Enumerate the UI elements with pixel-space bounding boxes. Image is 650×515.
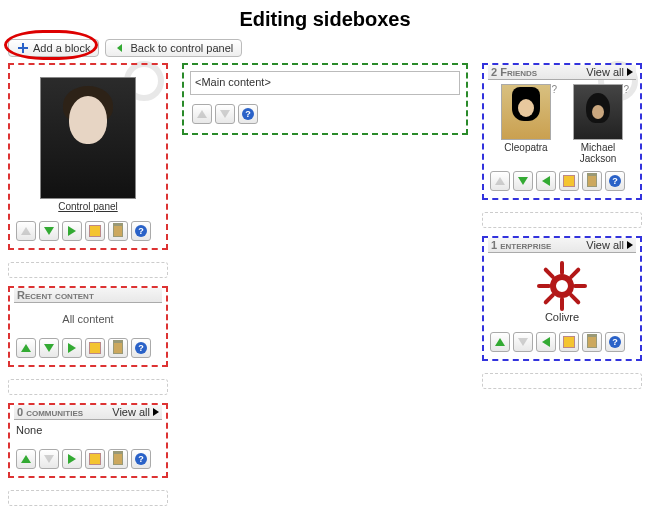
friend-name: Cleopatra bbox=[493, 142, 559, 153]
help-button[interactable]: ? bbox=[131, 338, 151, 358]
edit-button[interactable] bbox=[85, 449, 105, 469]
help-button[interactable]: ? bbox=[131, 449, 151, 469]
edit-button[interactable] bbox=[559, 171, 579, 191]
communities-title: 0 communities bbox=[17, 406, 83, 418]
help-icon: ? bbox=[135, 225, 147, 237]
edit-button[interactable] bbox=[85, 221, 105, 241]
delete-button[interactable] bbox=[582, 171, 602, 191]
left-communities-block[interactable]: 0 communities View all None ? bbox=[8, 403, 168, 478]
chevron-right-icon bbox=[627, 68, 633, 76]
enterprise-item[interactable]: Colivre bbox=[488, 253, 636, 329]
block-toolbar: ? bbox=[14, 335, 162, 361]
pencil-icon bbox=[89, 342, 101, 354]
trash-icon bbox=[113, 342, 123, 354]
move-down-button[interactable] bbox=[39, 338, 59, 358]
delete-button[interactable] bbox=[582, 332, 602, 352]
back-label: Back to control panel bbox=[130, 42, 233, 54]
chevron-right-icon bbox=[153, 408, 159, 416]
move-down-button[interactable] bbox=[513, 332, 533, 352]
help-button[interactable]: ? bbox=[605, 171, 625, 191]
enterprise-logo bbox=[539, 263, 585, 309]
right-friends-block[interactable]: 2 Friends View all ? Cleopatra ? Michael… bbox=[482, 63, 642, 200]
friend-name: Michael Jackson bbox=[565, 142, 631, 164]
move-left-button[interactable] bbox=[536, 332, 556, 352]
edit-button[interactable] bbox=[85, 338, 105, 358]
placeholder-slot bbox=[482, 373, 642, 389]
back-button[interactable]: Back to control panel bbox=[105, 39, 242, 57]
control-panel-link[interactable]: Control panel bbox=[14, 201, 162, 212]
view-all-link[interactable]: View all bbox=[586, 239, 633, 251]
placeholder-slot bbox=[8, 262, 168, 278]
block-toolbar: ? bbox=[488, 329, 636, 355]
trash-icon bbox=[587, 175, 597, 187]
placeholder-slot bbox=[8, 490, 168, 506]
view-all-link[interactable]: View all bbox=[112, 406, 159, 418]
help-icon: ? bbox=[609, 336, 621, 348]
help-icon: ? bbox=[609, 175, 621, 187]
placeholder-slot bbox=[482, 212, 642, 228]
left-recent-content-block[interactable]: Recent content All content ? bbox=[8, 286, 168, 367]
move-up-button[interactable] bbox=[490, 171, 510, 191]
enterprise-title: 1 enterprise bbox=[491, 239, 551, 251]
pencil-icon bbox=[89, 453, 101, 465]
move-right-button[interactable] bbox=[62, 338, 82, 358]
main-content-placeholder[interactable]: <Main content> bbox=[190, 71, 460, 95]
main-content-block[interactable]: <Main content> ? bbox=[182, 63, 468, 135]
delete-button[interactable] bbox=[108, 221, 128, 241]
page-title: Editing sideboxes bbox=[8, 8, 642, 31]
move-down-button[interactable] bbox=[39, 449, 59, 469]
friends-title: 2 Friends bbox=[491, 66, 537, 78]
move-left-button[interactable] bbox=[536, 171, 556, 191]
profile-portrait bbox=[40, 77, 136, 199]
move-up-button[interactable] bbox=[192, 104, 212, 124]
recent-content-body: All content bbox=[14, 303, 162, 335]
friend-item[interactable]: ? Michael Jackson bbox=[565, 84, 631, 164]
move-down-button[interactable] bbox=[513, 171, 533, 191]
edit-button[interactable] bbox=[559, 332, 579, 352]
block-toolbar: ? bbox=[488, 168, 636, 194]
help-button[interactable]: ? bbox=[131, 221, 151, 241]
trash-icon bbox=[113, 225, 123, 237]
move-up-button[interactable] bbox=[16, 221, 36, 241]
move-up-button[interactable] bbox=[16, 449, 36, 469]
right-enterprise-block[interactable]: 1 enterprise View all bbox=[482, 236, 642, 361]
communities-body: None bbox=[14, 420, 162, 446]
delete-button[interactable] bbox=[108, 338, 128, 358]
block-toolbar: ? bbox=[190, 101, 460, 127]
help-button[interactable]: ? bbox=[238, 104, 258, 124]
left-profile-block[interactable]: Control panel ? bbox=[8, 63, 168, 250]
friend-item[interactable]: ? Cleopatra bbox=[493, 84, 559, 164]
help-icon: ? bbox=[135, 342, 147, 354]
move-up-button[interactable] bbox=[490, 332, 510, 352]
move-right-button[interactable] bbox=[62, 221, 82, 241]
help-icon: ? bbox=[623, 84, 629, 95]
move-down-button[interactable] bbox=[39, 221, 59, 241]
move-down-button[interactable] bbox=[215, 104, 235, 124]
friend-avatar bbox=[501, 84, 551, 140]
add-block-label: Add a block bbox=[33, 42, 90, 54]
view-all-link[interactable]: View all bbox=[586, 66, 633, 78]
friend-avatar bbox=[573, 84, 623, 140]
placeholder-slot bbox=[8, 379, 168, 395]
trash-icon bbox=[113, 453, 123, 465]
move-right-button[interactable] bbox=[62, 449, 82, 469]
move-up-button[interactable] bbox=[16, 338, 36, 358]
help-icon: ? bbox=[242, 108, 254, 120]
recent-content-title: Recent content bbox=[17, 289, 94, 301]
pencil-icon bbox=[89, 225, 101, 237]
top-toolbar: Add a block Back to control panel bbox=[8, 39, 642, 57]
chevron-right-icon bbox=[627, 241, 633, 249]
enterprise-name: Colivre bbox=[488, 311, 636, 323]
block-toolbar: ? bbox=[14, 446, 162, 472]
help-icon: ? bbox=[551, 84, 557, 95]
block-toolbar: ? bbox=[14, 218, 162, 244]
trash-icon bbox=[587, 336, 597, 348]
plus-icon bbox=[17, 42, 29, 54]
delete-button[interactable] bbox=[108, 449, 128, 469]
help-icon: ? bbox=[135, 453, 147, 465]
pencil-icon bbox=[563, 336, 575, 348]
pencil-icon bbox=[563, 175, 575, 187]
help-button[interactable]: ? bbox=[605, 332, 625, 352]
arrow-left-icon bbox=[114, 42, 126, 54]
add-block-button[interactable]: Add a block bbox=[8, 39, 99, 57]
